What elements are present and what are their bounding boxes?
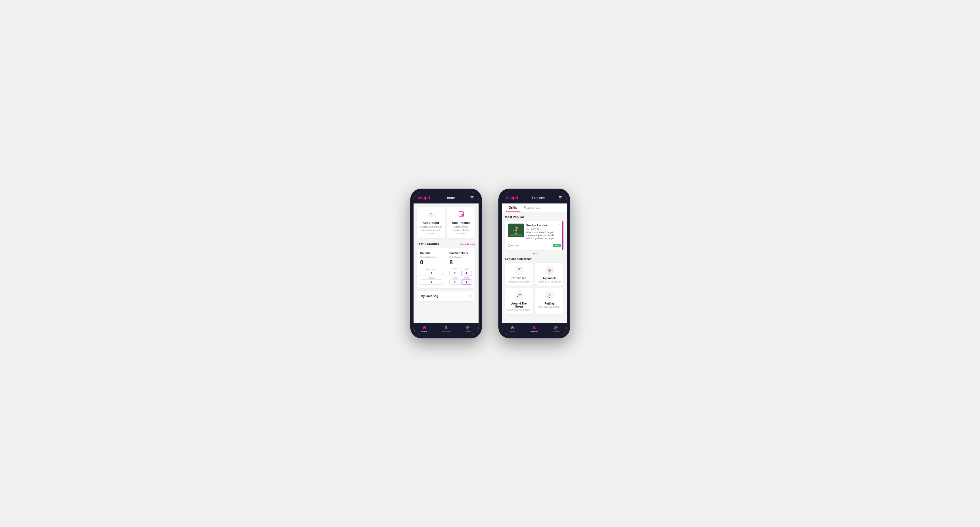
- practice-drills-title: Practice Drills: [449, 252, 472, 255]
- drills-mini-top: OTT 0 APP 4: [449, 268, 472, 276]
- nav2-home[interactable]: Home: [502, 323, 523, 335]
- phone-2: clippd Practice ☰ Drills Favourites Most…: [498, 189, 570, 338]
- rounds-capture-label: Rounds Capture: [420, 256, 443, 258]
- tabs-bar: Drills Favourites: [502, 203, 567, 212]
- stats-card: Rounds Rounds Capture 0 Tournament 0 Pra…: [417, 248, 475, 288]
- phone1-bottom-nav: Home Activities Capture: [414, 323, 479, 335]
- nav-activities[interactable]: Activities: [435, 323, 457, 335]
- svg-point-17: [515, 227, 518, 229]
- phone2-header: clippd Practice ☰: [502, 192, 567, 203]
- dot-2: [533, 253, 535, 254]
- atg-desc: Hone your short game: [507, 309, 530, 311]
- drill-card[interactable]: Wedge Ladder 50–100 yds Play 1 shot at e…: [505, 221, 563, 250]
- add-practice-icon: +: [457, 210, 465, 219]
- putt-value: 4: [461, 279, 472, 285]
- svg-point-2: [430, 213, 431, 213]
- drill-star-icon[interactable]: ☆: [558, 223, 561, 227]
- ott-value: 0: [449, 271, 460, 276]
- nav2-activities[interactable]: Activities: [523, 323, 545, 335]
- nav-home[interactable]: Home: [414, 323, 435, 335]
- atg-icon: [514, 291, 524, 301]
- practice-label: Practice: [420, 277, 443, 279]
- svg-point-54: [533, 326, 535, 328]
- svg-point-50: [549, 295, 550, 296]
- add-practice-title: Add Practice: [452, 221, 470, 224]
- phone2-content: Most Popular: [502, 212, 567, 323]
- drill-footer: 9 shots APP: [508, 242, 561, 247]
- svg-point-52: [549, 294, 550, 295]
- practice-drills-col: Practice Drills Drils Capture 8 OTT 0 AP…: [449, 252, 472, 285]
- practice-stat: Practice 0: [420, 277, 443, 285]
- golf-bag-label: My Golf Bag: [421, 294, 438, 298]
- skill-grid: Off The Tee Power and accuracy: [505, 263, 563, 314]
- header-title2: Practice: [532, 196, 545, 200]
- putting-desc: Make and lag practice: [538, 306, 561, 308]
- rounds-title: Rounds: [420, 252, 443, 255]
- nav2-capture-label: Capture: [552, 330, 560, 333]
- drills-capture-value: 8: [449, 259, 472, 266]
- logo2: clippd: [506, 195, 518, 200]
- nav-activities-label: Activities: [442, 330, 450, 333]
- svg-point-40: [550, 268, 551, 269]
- svg-point-39: [550, 271, 551, 271]
- phone1-header: clippd Home ☰: [414, 192, 479, 203]
- svg-point-53: [550, 294, 551, 294]
- app-value: 4: [461, 271, 472, 276]
- nav-capture[interactable]: Capture: [457, 323, 479, 335]
- skill-putting[interactable]: Putting Make and lag practice: [535, 288, 563, 314]
- nav2-capture[interactable]: Capture: [545, 323, 567, 335]
- svg-point-9: [445, 326, 447, 328]
- menu-icon2[interactable]: ☰: [558, 195, 562, 200]
- rounds-col: Rounds Rounds Capture 0 Tournament 0 Pra…: [420, 252, 443, 285]
- skill-off-the-tee[interactable]: Off The Tee Power and accuracy: [505, 263, 533, 286]
- app-label: APP: [461, 268, 472, 270]
- tee-icon: [514, 265, 524, 275]
- add-practice-card[interactable]: + Add Practice Capture your practice off…: [447, 207, 475, 238]
- putting-icon: [544, 291, 554, 301]
- add-practice-desc: Capture your practice off-the-course: [449, 225, 473, 235]
- arg-label: ARG: [449, 277, 460, 279]
- svg-point-51: [550, 295, 551, 296]
- add-round-card[interactable]: Add Round Record your shots in fast or e…: [417, 207, 445, 238]
- activity-section-header: Last 3 Months View Activity: [417, 242, 475, 246]
- tab-favourites[interactable]: Favourites: [520, 203, 544, 212]
- add-round-title: Add Round: [423, 221, 439, 224]
- drill-badge: APP: [553, 244, 560, 247]
- approach-title: Approach: [543, 277, 556, 280]
- nav-capture-label: Capture: [464, 330, 471, 333]
- tournament-stat: Tournament 0: [420, 268, 443, 276]
- tournament-label: Tournament: [420, 268, 443, 270]
- phone1-content: Add Round Record your shots in fast or e…: [414, 203, 479, 323]
- tab-drills[interactable]: Drills: [506, 203, 520, 212]
- off-the-tee-title: Off The Tee: [511, 277, 526, 280]
- skill-approach[interactable]: Approach Dial-in to hit the green: [535, 263, 563, 286]
- drill-card-wrapper: Wedge Ladder 50–100 yds Play 1 shot at e…: [505, 221, 563, 250]
- svg-point-38: [548, 270, 549, 270]
- menu-icon[interactable]: ☰: [470, 195, 474, 200]
- svg-point-41: [514, 291, 523, 300]
- rounds-capture-value: 0: [420, 259, 443, 266]
- skill-around-the-green[interactable]: Around The Green Hone your short game: [505, 288, 533, 314]
- nav-home-label: Home: [421, 330, 427, 333]
- drill-shots: 9 shots: [508, 244, 519, 247]
- tournament-value: 0: [420, 271, 443, 276]
- practice-value: 0: [420, 279, 443, 285]
- svg-point-42: [517, 296, 518, 297]
- drill-yds: 50–100 yds: [527, 227, 561, 230]
- add-round-desc: Record your shots in fast or enhanced mo…: [419, 225, 443, 235]
- drills-capture-label: Drils Capture: [449, 256, 472, 258]
- svg-point-43: [518, 295, 519, 295]
- svg-point-44: [520, 294, 520, 295]
- drills-mini-bottom: ARG 0 PUTT 4: [449, 277, 472, 285]
- carousel-dots: [505, 253, 563, 254]
- stats-row: Rounds Rounds Capture 0 Tournament 0 Pra…: [420, 252, 472, 285]
- chevron-right-icon: ›: [470, 294, 471, 298]
- drill-desc: Play 1 shot at each target yardage. If y…: [527, 231, 561, 240]
- golf-bag-row[interactable]: My Golf Bag ›: [417, 291, 475, 301]
- header-title: Home: [445, 196, 455, 200]
- nav2-home-label: Home: [509, 330, 515, 333]
- approach-icon: [544, 265, 554, 275]
- svg-point-37: [549, 269, 550, 270]
- svg-point-23: [508, 244, 510, 247]
- view-activity-link[interactable]: View Activity: [460, 243, 475, 246]
